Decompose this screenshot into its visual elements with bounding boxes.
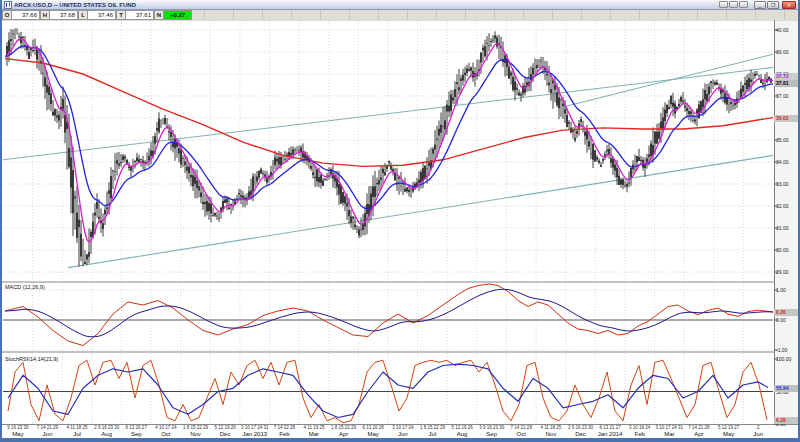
x-axis-month-cell: 4 10 17 24Oct	[151, 425, 181, 438]
toolbar-button-3[interactable]	[739, 1, 748, 8]
x-axis-month-cell: 9 16 23 30May	[3, 425, 33, 438]
quote-field-value: 37.61	[125, 10, 154, 20]
toolbar-button-2[interactable]	[729, 1, 738, 8]
x-axis-month-label: Nov	[536, 431, 566, 438]
quote-field-label: O	[2, 10, 11, 20]
x-axis-month-label: Jul	[62, 431, 92, 438]
x-axis-month-cell: 5 12 19 26Dec	[210, 425, 240, 438]
quote-field-label: T	[116, 10, 125, 20]
net-change-value: +0.27	[163, 10, 192, 20]
x-axis-month-cell: 1 8 15 22 29Apr	[329, 425, 359, 438]
toolbar-button-1[interactable]	[719, 1, 728, 8]
x-axis-month-cell: 4 11 18 25Nov	[536, 425, 566, 438]
quote-bar: O37.66H37.68L37.46T37.61N+0.27	[2, 10, 798, 20]
x-axis-month-label: Feb	[625, 431, 655, 438]
x-axis-month-label: Jun	[33, 431, 63, 438]
x-axis-month-cell: 6 13 21 27Jan 2014	[595, 425, 625, 438]
quote-field-value: 37.66	[11, 10, 40, 20]
x-axis-month-label: Apr	[329, 431, 359, 438]
x-axis-month-label: Aug	[92, 431, 122, 438]
stochrsi-panel[interactable]	[2, 353, 774, 424]
x-axis-month-cell: 4 11 19 25Mar	[299, 425, 329, 438]
x-axis-month-cell: 5 12 19 26Aug	[447, 425, 477, 438]
x-axis-month-cell: 5 12 19 27May	[714, 425, 744, 438]
x-axis-month-label: Nov	[181, 431, 211, 438]
x-axis-month-cell: 7 14 21 28Apr	[684, 425, 714, 438]
x-axis-month-label: May	[714, 431, 744, 438]
x-axis-month-cell: 1 8 15 22 29Jul	[418, 425, 448, 438]
x-axis-month-label: Jun	[388, 431, 418, 438]
x-axis-month-cell: 3 9 16 23 30Sep	[477, 425, 507, 438]
x-axis-month-cell: 2 9 16 23 30Aug	[92, 425, 122, 438]
x-axis-month-cell: 6 13 20 27Sep	[121, 425, 151, 438]
x-axis-month-cell: 3 10 18 24Feb	[625, 425, 655, 438]
x-axis-month-label: Jun	[743, 431, 773, 438]
x-axis-month-label: Oct	[151, 431, 181, 438]
x-axis-month-label: May	[358, 431, 388, 438]
x-axis-month-cell: 7 14 21 29Jun	[33, 425, 63, 438]
close-button[interactable]: ✕	[782, 1, 796, 9]
x-axis-month-cell: 1 8 15 22 29Nov	[181, 425, 211, 438]
quote-field-label: L	[78, 10, 87, 20]
x-axis-month-cell: 3 10 17 24Jun	[388, 425, 418, 438]
app-icon	[4, 1, 12, 9]
x-axis-month-label: Jan 2013	[240, 431, 270, 438]
x-axis-month-cell: 3 10 17 24 31Mar	[655, 425, 685, 438]
macd-panel[interactable]	[2, 283, 774, 351]
x-axis-month-cell: 7 14 22 28Feb	[270, 425, 300, 438]
x-axis-month-cell: 2 9 16 23 30Dec	[566, 425, 596, 438]
x-axis-month-label: Sep	[121, 431, 151, 438]
x-axis-month-cell: 2Jun	[743, 425, 773, 438]
x-axis-month-label: Mar	[299, 431, 329, 438]
restore-button[interactable]: ❐	[767, 1, 779, 9]
x-axis-month-label: Apr	[684, 431, 714, 438]
price-chart-panel[interactable]	[2, 20, 774, 281]
quote-field-label: N	[154, 10, 163, 20]
chart-window: 9 16 23 30May7 14 21 29Jun4 11 18 25Jul2…	[0, 0, 800, 442]
y-axis[interactable]	[774, 20, 798, 425]
x-axis-month-label: Dec	[210, 431, 240, 438]
stochrsi-label: StochRSI(14,14(21,9)	[5, 356, 58, 362]
x-axis-month-cell: 6 13 20 28May	[358, 425, 388, 438]
x-axis-month-label: Jul	[418, 431, 448, 438]
quote-field-value: 37.68	[49, 10, 78, 20]
quote-field-value: 37.46	[87, 10, 116, 20]
x-axis-month-cell: 7 14 21 28Oct	[506, 425, 536, 438]
x-axis-month-label: Mar	[655, 431, 685, 438]
x-axis-month-label: Aug	[447, 431, 477, 438]
x-axis-month-label: May	[3, 431, 33, 438]
x-axis-month-label: Sep	[477, 431, 507, 438]
window-title: ARCX:USO,D -- UNITED STATES OIL FUND	[14, 2, 136, 8]
quote-field-label: H	[40, 10, 49, 20]
x-axis-month-label: Oct	[506, 431, 536, 438]
x-axis: 9 16 23 30May7 14 21 29Jun4 11 18 25Jul2…	[2, 425, 774, 438]
minimize-button[interactable]: _	[754, 1, 766, 9]
x-axis-month-label: Jan 2014	[595, 431, 625, 438]
x-axis-month-label: Dec	[566, 431, 596, 438]
x-axis-month-cell: 3 10 17 24 31Jan 2013	[240, 425, 270, 438]
x-axis-month-cell: 4 11 18 25Jul	[62, 425, 92, 438]
macd-label: MACD (12,26,9)	[5, 284, 45, 290]
x-axis-month-label: Feb	[270, 431, 300, 438]
title-bar[interactable]: ARCX:USO,D -- UNITED STATES OIL FUND _ ❐…	[2, 0, 798, 10]
